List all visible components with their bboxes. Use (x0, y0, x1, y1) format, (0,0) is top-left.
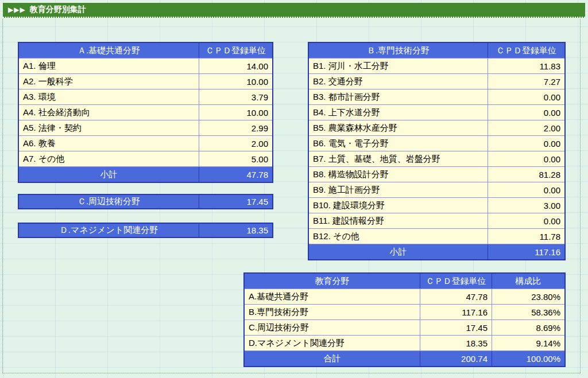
category-cell: A7. その他 (19, 151, 199, 166)
table-row: A7. その他 5.00 (19, 151, 272, 166)
table-specialized-technical-fields: Ｂ.専門技術分野 ＣＰＤ登録単位 B1. 河川・水工分野 11.83 B2. 交… (308, 42, 566, 260)
print-boundary-bottom (2, 373, 581, 373)
total-ratio: 100.00% (492, 351, 564, 366)
value-cell: 17.45 (420, 320, 492, 335)
category-cell: B8. 構造物設計分野 (309, 167, 488, 182)
value-cell: 17.45 (199, 195, 272, 208)
table-row: B.専門技術分野 117.16 58.36% (245, 304, 564, 319)
total-row: Ｃ.周辺技術分野 17.45 (19, 195, 272, 208)
category-cell: B12. その他 (309, 229, 488, 244)
value-cell: 18.35 (420, 336, 492, 350)
value-cell: 81.28 (488, 167, 564, 182)
value-cell: 0.00 (488, 105, 564, 120)
section-title-bar: ▶▶▶ 教育分野別集計 (3, 3, 585, 18)
value-cell: 0.00 (488, 89, 564, 104)
table-title-header: Ａ.基礎共通分野 (19, 43, 199, 58)
total-label: 合計 (245, 351, 420, 366)
ratio-cell: 8.69% (492, 320, 564, 335)
table-row: A.基礎共通分野 47.78 23.80% (245, 289, 564, 304)
print-boundary-left (2, 19, 3, 373)
subtotal-label: 小計 (309, 244, 488, 259)
category-cell: A4. 社会経済動向 (19, 105, 199, 120)
unit-header: ＣＰＤ登録単位 (488, 43, 564, 58)
category-cell: B6. 電気・電子分野 (309, 136, 488, 151)
category-label: Ｄ.マネジメント関連分野 (19, 224, 199, 237)
table-header-row: Ｂ.専門技術分野 ＣＰＤ登録単位 (309, 43, 564, 58)
subtotal-label: 小計 (19, 167, 199, 182)
table-row: C.周辺技術分野 17.45 8.69% (245, 319, 564, 335)
category-cell: B.専門技術分野 (245, 305, 420, 319)
category-cell: D.マネジメント関連分野 (245, 336, 420, 350)
ratio-cell: 9.14% (492, 336, 564, 350)
print-boundary-right (580, 19, 581, 373)
table-row: B12. その他 11.78 (309, 228, 564, 244)
value-cell: 2.00 (199, 136, 272, 151)
page-title: 教育分野別集計 (30, 5, 86, 15)
category-cell: A3. 環境 (19, 89, 199, 104)
table-row: A2. 一般科学 10.00 (19, 73, 272, 89)
value-cell: 0.00 (488, 182, 564, 197)
table-management-related-field: Ｄ.マネジメント関連分野 18.35 (18, 223, 273, 238)
category-cell: B5. 農業森林水産分野 (309, 120, 488, 135)
value-cell: 5.00 (199, 151, 272, 166)
table-row: B5. 農業森林水産分野 2.00 (309, 120, 564, 135)
value-cell: 47.78 (420, 289, 492, 304)
table-row: B10. 建設環境分野 3.00 (309, 197, 564, 213)
table-row: B7. 土質、基礎、地質、岩盤分野 0.00 (309, 151, 564, 166)
unit-header: ＣＰＤ登録単位 (420, 274, 492, 289)
value-cell: 0.00 (488, 136, 564, 151)
category-cell: B10. 建設環境分野 (309, 198, 488, 213)
ratio-header: 構成比 (492, 274, 564, 289)
category-cell: B11. 建設情報分野 (309, 213, 488, 228)
value-cell: 3.00 (488, 198, 564, 213)
category-cell: A1. 倫理 (19, 59, 199, 73)
value-cell: 7.27 (488, 74, 564, 89)
table-row: B6. 電気・電子分野 0.00 (309, 135, 564, 151)
triple-arrow-icon: ▶▶▶ (8, 6, 26, 14)
table-row: D.マネジメント関連分野 18.35 9.14% (245, 335, 564, 350)
category-header: 教育分野 (245, 274, 420, 289)
table-row: A1. 倫理 14.00 (19, 58, 272, 73)
table-row: A5. 法律・契約 2.99 (19, 120, 272, 135)
category-cell: A6. 教養 (19, 136, 199, 151)
ratio-cell: 58.36% (492, 305, 564, 319)
table-row: A4. 社会経済動向 10.00 (19, 104, 272, 120)
table-row: B11. 建設情報分野 0.00 (309, 213, 564, 228)
total-row: Ｄ.マネジメント関連分野 18.35 (19, 224, 272, 237)
category-cell: B2. 交通分野 (309, 74, 488, 89)
category-cell: A.基礎共通分野 (245, 289, 420, 304)
grand-total-row: 合計 200.74 100.00% (245, 350, 564, 366)
category-cell: B9. 施工計画分野 (309, 182, 488, 197)
unit-header: ＣＰＤ登録単位 (199, 43, 272, 58)
value-cell: 11.78 (488, 229, 564, 244)
value-cell: 2.99 (199, 120, 272, 135)
category-cell: B1. 河川・水工分野 (309, 59, 488, 73)
value-cell: 0.00 (488, 213, 564, 228)
table-title-header: Ｂ.専門技術分野 (309, 43, 488, 58)
category-label: Ｃ.周辺技術分野 (19, 195, 199, 208)
total-value: 200.74 (420, 351, 492, 366)
table-row: A3. 環境 3.79 (19, 89, 272, 104)
table-row: B3. 都市計画分野 0.00 (309, 89, 564, 104)
category-cell: A5. 法律・契約 (19, 120, 199, 135)
subtotal-row: 小計 117.16 (309, 244, 564, 259)
category-cell: B7. 土質、基礎、地質、岩盤分野 (309, 151, 488, 166)
subtotal-value: 117.16 (488, 244, 564, 259)
value-cell: 11.83 (488, 59, 564, 73)
value-cell: 3.79 (199, 89, 272, 104)
value-cell: 14.00 (199, 59, 272, 73)
table-row: B1. 河川・水工分野 11.83 (309, 58, 564, 73)
table-summary-by-education-field: 教育分野 ＣＰＤ登録単位 構成比 A.基礎共通分野 47.78 23.80% B… (243, 272, 566, 367)
value-cell: 18.35 (199, 224, 272, 237)
table-row: B4. 上下水道分野 0.00 (309, 104, 564, 120)
value-cell: 0.00 (488, 151, 564, 166)
table-basic-common-fields: Ａ.基礎共通分野 ＣＰＤ登録単位 A1. 倫理 14.00 A2. 一般科学 1… (18, 42, 273, 183)
table-peripheral-technology-field: Ｃ.周辺技術分野 17.45 (18, 194, 273, 209)
table-row: A6. 教養 2.00 (19, 135, 272, 151)
table-header-row: 教育分野 ＣＰＤ登録単位 構成比 (245, 274, 564, 289)
ratio-cell: 23.80% (492, 289, 564, 304)
value-cell: 117.16 (420, 305, 492, 319)
table-row: B8. 構造物設計分野 81.28 (309, 166, 564, 182)
category-cell: C.周辺技術分野 (245, 320, 420, 335)
value-cell: 2.00 (488, 120, 564, 135)
